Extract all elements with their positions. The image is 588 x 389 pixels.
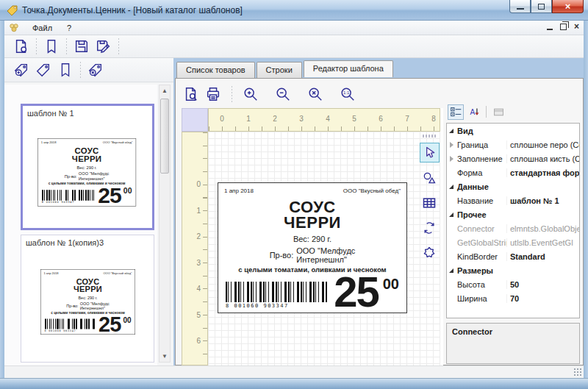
template-item-1[interactable]: шаблон № 1 1 апр 2018 ООО "Вкусный обед"… bbox=[21, 104, 154, 230]
template-list-scrollbar[interactable]: ▲ ▼ bbox=[159, 85, 171, 363]
mdi-restore-icon[interactable] bbox=[560, 24, 567, 30]
table-tool-button[interactable] bbox=[420, 193, 440, 213]
zoom-100-button[interactable]: 1:1 bbox=[337, 85, 359, 104]
toolstrip-grip[interactable] bbox=[423, 135, 436, 138]
category-row[interactable]: Данные bbox=[447, 179, 579, 193]
minimize-button[interactable] bbox=[509, 0, 531, 13]
ruler-number: 0 bbox=[196, 180, 201, 188]
menu-bar: Файл ? × bbox=[4, 21, 584, 35]
shapes-tool-button[interactable] bbox=[420, 168, 440, 188]
property-row[interactable]: Connectorelmntsb.GlobalObject bbox=[447, 221, 579, 235]
label-producer: Пр-во: ООО "МелфудсИнтернешнл" bbox=[218, 246, 406, 264]
price-label[interactable]: 1 апр 2018 ООО "Вкусный обед" СОУС ЧЕРРИ… bbox=[218, 182, 407, 313]
label-product-name: СОУС ЧЕРРИ bbox=[218, 199, 406, 230]
barcode-digits: 8 001060 903347 bbox=[45, 329, 96, 332]
ruler-number: 1 bbox=[196, 206, 201, 214]
main-toolbar bbox=[4, 35, 584, 58]
price-label[interactable]: 1 апр 2018 ООО "Вкусный обед" СОУС ЧЕРРИ… bbox=[40, 269, 135, 335]
scrollbar-thumb[interactable] bbox=[160, 99, 169, 174]
tab-rows[interactable]: Строки bbox=[257, 62, 302, 79]
rotate-tool-button[interactable] bbox=[420, 218, 440, 238]
ruler-number: 4 bbox=[196, 285, 201, 293]
save-button[interactable] bbox=[71, 37, 93, 57]
status-bar bbox=[4, 365, 584, 378]
zoom-out-button[interactable] bbox=[272, 85, 294, 104]
ruler-number: 4 bbox=[326, 115, 330, 123]
menu-help[interactable]: ? bbox=[60, 22, 79, 34]
property-row[interactable]: Заполнениесплошная кисть (Co bbox=[447, 151, 579, 165]
category-row[interactable]: Размеры bbox=[447, 263, 579, 277]
label-price: 25 00 bbox=[334, 271, 399, 313]
template-list: шаблон № 1 1 апр 2018 ООО "Вкусный обед"… bbox=[4, 85, 157, 365]
save-as-button[interactable] bbox=[93, 37, 115, 57]
ruler-number: 2 bbox=[196, 232, 201, 240]
close-icon: × bbox=[565, 1, 571, 12]
ruler-number: 5 bbox=[352, 115, 356, 123]
new-template-page-button[interactable] bbox=[54, 60, 76, 80]
title-bar[interactable]: Точка.Документы.Ценник - [Новый каталог … bbox=[0, 0, 588, 21]
resize-grip[interactable] bbox=[573, 368, 582, 376]
new-catalog-button[interactable] bbox=[10, 37, 32, 57]
label-date: 1 апр 2018 bbox=[224, 188, 254, 194]
categorized-icon[interactable] bbox=[448, 104, 464, 120]
category-row[interactable]: Прочее bbox=[447, 207, 579, 221]
barcode-bars bbox=[226, 282, 327, 302]
tab-template-editor[interactable]: Редактор шаблона bbox=[304, 60, 393, 77]
open-catalog-button[interactable] bbox=[40, 37, 62, 57]
window-frame-right bbox=[584, 21, 588, 378]
property-description-title: Connector bbox=[452, 327, 492, 336]
property-row[interactable]: KindBorderStandard bbox=[447, 249, 579, 263]
property-row[interactable]: Границасплошное перо (Colo bbox=[447, 138, 579, 151]
template-caption: шаблон № 1(копия)3 bbox=[26, 238, 104, 247]
price-label[interactable]: 1 апр 2018 ООО "Вкусный обед" СОУС ЧЕРРИ… bbox=[37, 138, 136, 207]
ruler-corner bbox=[182, 108, 208, 132]
label-company: ООО "Вкусный обед" bbox=[343, 188, 401, 194]
property-row[interactable]: Высота50 bbox=[447, 277, 579, 291]
maximize-button[interactable] bbox=[531, 0, 552, 13]
scroll-down-icon[interactable]: ▼ bbox=[159, 351, 170, 362]
ruler-number: 6 bbox=[379, 115, 383, 123]
ruler-number: 2 bbox=[273, 115, 277, 123]
copy-template-button[interactable] bbox=[32, 60, 54, 80]
custom-shape-tool-button[interactable] bbox=[420, 243, 440, 263]
template-preview-1[interactable]: 1 апр 2018 ООО "Вкусный обед" СОУС ЧЕРРИ… bbox=[37, 138, 136, 207]
app-menu-icon[interactable] bbox=[9, 23, 19, 33]
label-weight: Вес: 290 г. bbox=[218, 235, 406, 243]
property-row[interactable]: GetGlobalStrinutlslb.EventGetGl bbox=[447, 235, 579, 249]
property-row[interactable]: Формастандартная фор bbox=[447, 165, 579, 179]
delete-template-button[interactable] bbox=[85, 60, 107, 80]
ruler-number: 0 bbox=[220, 115, 224, 123]
pointer-tool-button[interactable] bbox=[420, 143, 440, 163]
mdi-close-icon[interactable]: × bbox=[574, 23, 579, 30]
menu-file[interactable]: Файл bbox=[25, 22, 60, 34]
tab-product-list[interactable]: Список товаров bbox=[176, 62, 255, 79]
category-row[interactable]: Вид bbox=[447, 124, 579, 138]
sort-alphabetical-icon[interactable]: A bbox=[466, 104, 482, 120]
label-weight: Вес: 290 г. bbox=[38, 165, 136, 170]
template-preview-2[interactable]: 1 апр 2018 ООО "Вкусный обед" СОУС ЧЕРРИ… bbox=[40, 269, 135, 335]
property-row[interactable]: Ширина70 bbox=[447, 291, 579, 305]
editor-toolbar: 1:1 bbox=[180, 82, 359, 107]
barcode: 8 001060 903347 bbox=[226, 282, 329, 309]
properties-panel: A ВидГраницасплошное перо (ColoЗаполнени… bbox=[446, 102, 580, 365]
maximize-icon bbox=[538, 4, 545, 10]
preview-button[interactable] bbox=[180, 85, 202, 104]
property-description: Connector bbox=[446, 323, 580, 364]
editor-page: 1:1 012345678 0123456 1 апр 2018 ООО "Вк… bbox=[175, 78, 584, 365]
ruler-number: 1 bbox=[246, 115, 251, 123]
ruler-number: 8 bbox=[431, 115, 436, 123]
zoom-fit-button[interactable] bbox=[304, 85, 326, 104]
property-row[interactable]: Названиешаблон № 1 bbox=[447, 193, 579, 207]
add-template-button[interactable] bbox=[10, 60, 32, 80]
zoom-100-label: 1:1 bbox=[343, 90, 350, 95]
zoom-in-button[interactable] bbox=[240, 85, 262, 104]
mdi-minimize-icon[interactable] bbox=[547, 29, 553, 30]
window-title: Точка.Документы.Ценник - [Новый каталог … bbox=[22, 5, 243, 15]
close-button[interactable]: × bbox=[552, 0, 584, 13]
canvas[interactable]: 1 апр 2018 ООО "Вкусный обед" СОУС ЧЕРРИ… bbox=[208, 132, 440, 365]
scroll-up-icon[interactable]: ▲ bbox=[159, 85, 170, 96]
label-product-name: СОУС ЧЕРРИ bbox=[38, 147, 136, 163]
ruler-number: 5 bbox=[196, 310, 201, 318]
print-button[interactable] bbox=[202, 85, 224, 104]
template-item-2[interactable]: шаблон № 1(копия)3 1 апр 2018 ООО "Вкусн… bbox=[21, 235, 154, 363]
